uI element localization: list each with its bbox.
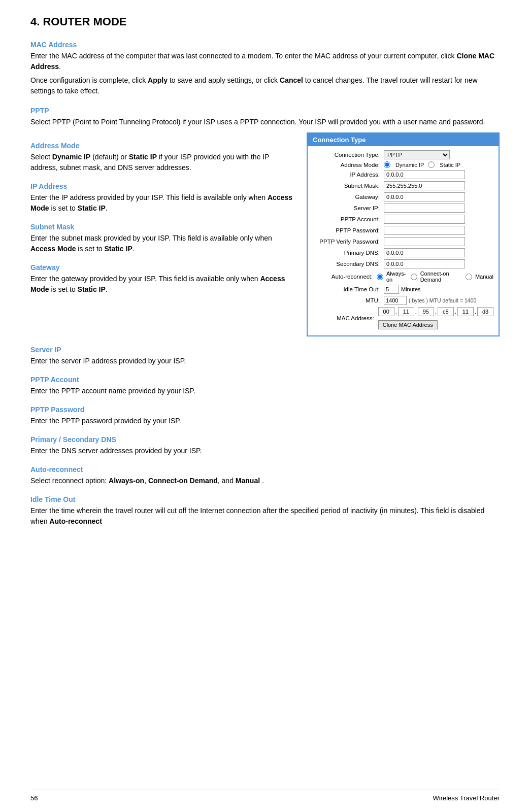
always-on-bold: Always-on	[109, 477, 144, 485]
connection-box-title: Connection Type	[308, 133, 499, 146]
static-ip-radio[interactable]	[428, 161, 435, 168]
gateway-input[interactable]	[384, 192, 465, 201]
mtu-row: ( bytes ) MTU default = 1400	[384, 296, 476, 305]
mtu-input[interactable]	[384, 296, 407, 305]
mac-address-text1: Enter the MAC address of the computer th…	[30, 52, 456, 60]
primary-dns-heading: Primary / Secondary DNS	[30, 435, 500, 444]
gateway-heading: Gateway	[30, 263, 294, 272]
server-ip-section: Server IP Enter the server IP address pr…	[30, 346, 500, 366]
address-mode-row: Address Mode: Dynamic IP Static IP	[313, 161, 493, 168]
mac-address-text2: .	[59, 62, 61, 71]
mac-sep5: .	[475, 309, 476, 315]
server-ip-form-label: Server IP:	[313, 205, 384, 211]
clone-mac-button[interactable]: Clone MAC Address	[378, 320, 438, 329]
mac-config-text2: to save and apply settings, or click	[168, 76, 280, 84]
apply-bold: Apply	[148, 76, 168, 84]
pptp-account-body: Enter the PPTP account name provided by …	[30, 386, 500, 396]
server-ip-form-row: Server IP:	[313, 204, 493, 213]
pptp-account-input[interactable]	[384, 215, 465, 224]
ip-address-input[interactable]	[384, 170, 465, 179]
two-col-layout: Address Mode Select Dynamic IP (default)…	[30, 132, 500, 336]
mac-oct1-input[interactable]	[378, 307, 394, 316]
idle-timeout-form-label: Idle Time Out:	[313, 286, 384, 292]
pptp-account-form-label: PPTP Account:	[313, 216, 384, 222]
auto-reconnect-section: Auto-reconnect Select reconnect option: …	[30, 465, 500, 486]
pptp-password-section: PPTP Password Enter the PPTP password pr…	[30, 405, 500, 426]
mac-sep4: .	[455, 309, 456, 315]
gateway-form-label: Gateway:	[313, 194, 384, 200]
connect-demand-radio[interactable]	[411, 274, 417, 280]
pptp-password-heading: PPTP Password	[30, 405, 500, 414]
address-mode-heading: Address Mode	[30, 142, 294, 150]
auto-reconnect-bold-ref: Auto-reconnect	[49, 517, 102, 525]
idle-timeout-unit: Minutes	[401, 286, 421, 292]
pptp-password-form-label: PPTP Password:	[313, 227, 384, 233]
sm-text2: is set to	[76, 245, 104, 253]
gw-text3: .	[106, 285, 108, 293]
footer-page-number: 56	[30, 794, 38, 802]
pptp-verify-form-row: PPTP Verify Password:	[313, 237, 493, 246]
gateway-form-row: Gateway:	[313, 192, 493, 201]
mac-address-para2: Once configuration is complete, click Ap…	[30, 75, 500, 96]
secondary-dns-input[interactable]	[384, 259, 465, 268]
mac-oct2-input[interactable]	[398, 307, 414, 316]
subnet-mask-heading: Subnet Mask	[30, 223, 294, 231]
mac-oct5-input[interactable]	[457, 307, 474, 316]
primary-dns-form-label: Primary DNS:	[313, 250, 384, 256]
sm-text3: .	[132, 245, 135, 253]
mac-address-para1: Enter the MAC address of the computer th…	[30, 51, 500, 72]
always-on-label: Always-on	[386, 270, 408, 283]
sm-text1: Enter the subnet mask provided by your I…	[30, 234, 272, 242]
auto-reconnect-form-row: Auto-reconnect: Always-on Connect-on Dem…	[313, 270, 493, 283]
ia-text3: .	[106, 204, 108, 212]
subnet-mask-input[interactable]	[384, 181, 465, 190]
pptp-password-input[interactable]	[384, 226, 465, 235]
primary-dns-form-row: Primary DNS:	[313, 248, 493, 257]
pptp-verify-form-label: PPTP Verify Password:	[313, 239, 384, 245]
pptp-verify-input[interactable]	[384, 237, 465, 246]
address-mode-form-label: Address Mode:	[313, 162, 384, 168]
ip-address-form-row: IP Address:	[313, 170, 493, 179]
auto-reconnect-body: Select reconnect option: Always-on, Conn…	[30, 476, 500, 486]
idle-timeout-input[interactable]	[384, 285, 399, 294]
mac-address-form-row: MAC Address: . . . .	[313, 307, 493, 329]
mac-oct3-input[interactable]	[418, 307, 434, 316]
address-mode-radio-group: Dynamic IP Static IP	[384, 161, 460, 168]
left-column: Address Mode Select Dynamic IP (default)…	[30, 132, 294, 336]
connection-type-select[interactable]: PPTP	[384, 150, 450, 159]
connection-box-container: Connection Type Connection Type: PPTP Ad…	[307, 132, 500, 336]
primary-dns-input[interactable]	[384, 248, 465, 257]
mac-oct4-input[interactable]	[438, 307, 454, 316]
pptp-password-form-row: PPTP Password:	[313, 226, 493, 235]
dynamic-ip-radio[interactable]	[384, 161, 390, 168]
subnet-mask-form-row: Subnet Mask:	[313, 181, 493, 190]
static-ip-label: Static IP	[440, 162, 460, 168]
mac-sep3: .	[435, 309, 437, 315]
server-ip-heading: Server IP	[30, 346, 500, 354]
dynamic-ip-bold: Dynamic IP	[52, 153, 90, 161]
mac-sep1: .	[395, 309, 397, 315]
mac-row: . . . . .	[378, 307, 493, 316]
primary-dns-section: Primary / Secondary DNS Enter the DNS se…	[30, 435, 500, 456]
footer-product-name: Wireless Travel Router	[433, 794, 500, 802]
always-on-radio[interactable]	[377, 274, 383, 280]
pptp-account-heading: PPTP Account	[30, 376, 500, 384]
mac-address-col: . . . . .	[378, 307, 493, 329]
manual-radio[interactable]	[466, 274, 472, 280]
pptp-text: Select PPTP (Point to Point Tunneling Pr…	[30, 117, 500, 127]
mtu-note: ( bytes ) MTU default = 1400	[409, 297, 476, 303]
idle-time-body: Enter the time wherein the travel router…	[30, 505, 500, 527]
access-mode-bold2: Access Mode	[30, 245, 76, 253]
dynamic-ip-label: Dynamic IP	[395, 162, 424, 168]
ip-address-form-label: IP Address:	[313, 172, 384, 178]
ar-text1: Select reconnect option:	[30, 477, 109, 485]
static-ip-bold: Static IP	[129, 153, 157, 161]
server-ip-input[interactable]	[384, 204, 465, 213]
page-title: 4. ROUTER MODE	[30, 15, 500, 28]
manual-label: Manual	[475, 274, 493, 280]
pptp-password-body: Enter the PPTP password provided by your…	[30, 416, 500, 426]
gateway-text: Enter the gateway provided by your ISP. …	[30, 274, 294, 295]
am-text2: (default) or	[90, 153, 128, 161]
mac-oct6-input[interactable]	[477, 307, 493, 316]
idle-time-heading: Idle Time Out	[30, 495, 500, 503]
